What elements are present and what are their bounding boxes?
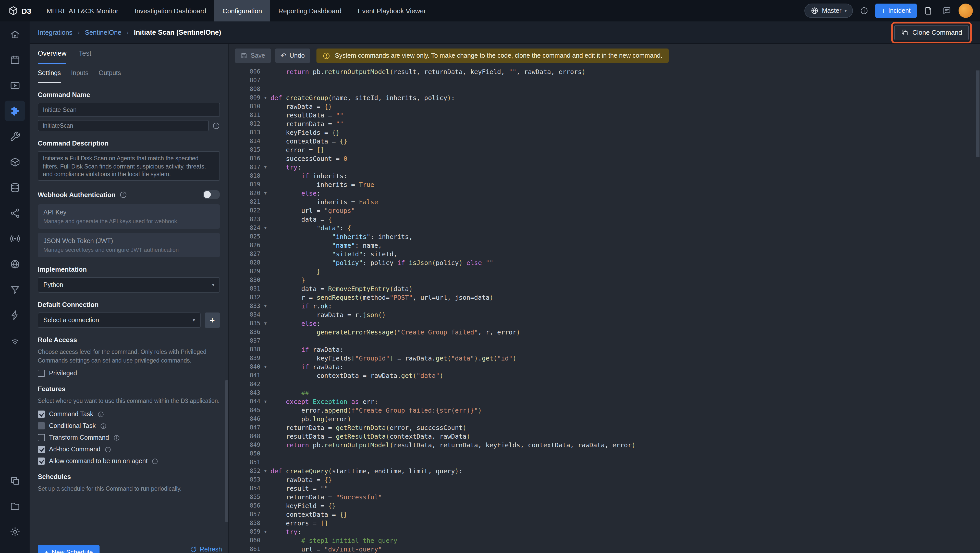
connection-select[interactable]: Select a connection ▾	[38, 312, 200, 328]
code-line-855[interactable]: 855 returnData = "Successful"	[229, 493, 980, 501]
rail-item-puzzle[interactable]	[5, 100, 25, 121]
rail-item-signal[interactable]	[5, 330, 25, 351]
feature-allow-command-to-be-run-on-agent[interactable]: Allow command to be run on agent	[38, 457, 220, 465]
nav-tab-configuration[interactable]: Configuration	[215, 0, 270, 21]
code-line-857[interactable]: 857 contextData = {}	[229, 510, 980, 519]
code-line-813[interactable]: 813 keyFields = {}	[229, 128, 980, 137]
code-line-830[interactable]: 830 }	[229, 276, 980, 284]
nav-tab-event-playbook-viewer[interactable]: Event Playbook Viewer	[350, 0, 434, 21]
code-line-820[interactable]: 820▼ else:	[229, 189, 980, 198]
fold-icon[interactable]: ▼	[260, 224, 270, 232]
tab-test[interactable]: Test	[79, 44, 92, 64]
subtab-inputs[interactable]: Inputs	[71, 64, 88, 83]
breadcrumb-item-sentinelone[interactable]: SentinelOne	[85, 29, 121, 36]
code-line-814[interactable]: 814 contextData = {}	[229, 137, 980, 145]
rail-item-box[interactable]	[5, 151, 25, 172]
avatar[interactable]	[959, 3, 973, 18]
code-line-828[interactable]: 828 "policy": policy if isJson(policy) e…	[229, 258, 980, 267]
new-incident-button[interactable]: + Incident	[875, 3, 917, 18]
code-line-838[interactable]: 838 if rawData:	[229, 345, 980, 354]
code-line-824[interactable]: 824▼ "data": {	[229, 224, 980, 232]
code-line-835[interactable]: 835▼ else:	[229, 319, 980, 328]
chat-button[interactable]	[940, 4, 953, 18]
code-line-842[interactable]: 842	[229, 380, 980, 389]
code-line-826[interactable]: 826 "name": name,	[229, 241, 980, 250]
code-line-858[interactable]: 858 errors = []	[229, 519, 980, 528]
code-line-847[interactable]: 847 returnData = getReturnData(error, su…	[229, 423, 980, 432]
code-line-849[interactable]: 849 return pb.returnOutputModel(resultDa…	[229, 441, 980, 449]
rail-item-wrench[interactable]	[5, 126, 25, 147]
code-line-859[interactable]: 859▼ try:	[229, 528, 980, 536]
code-line-861[interactable]: 861 url = "dv/init-query"	[229, 545, 980, 553]
code-line-833[interactable]: 833▼ if r.ok:	[229, 302, 980, 311]
privileged-checkbox[interactable]	[38, 370, 45, 377]
checkbox[interactable]	[38, 422, 45, 429]
code-line-848[interactable]: 848 resultData = getResultData(contextDa…	[229, 432, 980, 441]
undo-button[interactable]: ↶ Undo	[275, 48, 310, 63]
code-line-817[interactable]: 817▼ try:	[229, 163, 980, 172]
rail-item-calendar[interactable]	[5, 49, 25, 70]
feature-command-task[interactable]: Command Task	[38, 411, 220, 418]
rail-item-funnel[interactable]	[5, 279, 25, 300]
code-line-850[interactable]: 850	[229, 449, 980, 458]
rail-item-copy[interactable]	[5, 470, 25, 491]
code-line-807[interactable]: 807	[229, 76, 980, 85]
nav-tab-mitre-att-ck-monitor[interactable]: MITRE ATT&CK Monitor	[38, 0, 126, 21]
fold-icon[interactable]: ▼	[260, 397, 270, 406]
subtab-settings[interactable]: Settings	[38, 64, 61, 83]
code-line-822[interactable]: 822 url = "groups"	[229, 206, 980, 215]
code-line-812[interactable]: 812 returnData = ""	[229, 120, 980, 128]
nav-tab-investigation-dashboard[interactable]: Investigation Dashboard	[127, 0, 215, 21]
new-schedule-button[interactable]: + New Schedule	[38, 545, 100, 553]
code-line-845[interactable]: 845 error.append(f"Create Group failed:{…	[229, 406, 980, 414]
code-line-844[interactable]: 844▼ except Exception as err:	[229, 397, 980, 406]
tab-overview[interactable]: Overview	[38, 44, 67, 64]
fold-icon[interactable]: ▼	[260, 363, 270, 371]
code-line-823[interactable]: 823 data = {	[229, 215, 980, 224]
rail-item-globe[interactable]	[5, 254, 25, 274]
code-line-829[interactable]: 829 }	[229, 267, 980, 276]
jwt-card[interactable]: JSON Web Token (JWT) Manage secret keys …	[38, 233, 220, 257]
code-line-854[interactable]: 854 result = ""	[229, 484, 980, 493]
fold-icon[interactable]: ▼	[260, 302, 270, 311]
code-editor[interactable]: 806 return pb.returnOutputModel(result, …	[229, 67, 980, 553]
rail-item-bolt[interactable]	[5, 305, 25, 325]
editor-scrollbar[interactable]	[976, 70, 980, 157]
add-connection-button[interactable]: +	[205, 312, 220, 328]
fold-icon[interactable]: ▼	[260, 163, 270, 172]
feature-transform-command[interactable]: Transform Command	[38, 434, 220, 441]
code-line-810[interactable]: 810 rawData = {}	[229, 102, 980, 111]
checkbox[interactable]	[38, 457, 45, 465]
command-id-input[interactable]	[38, 120, 209, 131]
code-line-815[interactable]: 815 error = []	[229, 145, 980, 154]
code-line-825[interactable]: 825 "inherits": inherits,	[229, 232, 980, 241]
code-line-834[interactable]: 834 rawData = r.json()	[229, 311, 980, 319]
fold-icon[interactable]: ▼	[260, 94, 270, 102]
code-line-856[interactable]: 856 keyField = {}	[229, 501, 980, 510]
code-line-811[interactable]: 811 resultData = ""	[229, 111, 980, 120]
webhook-toggle[interactable]	[203, 190, 220, 199]
code-line-808[interactable]: 808	[229, 85, 980, 94]
code-line-840[interactable]: 840▼ if rawData:	[229, 363, 980, 371]
checkbox[interactable]	[38, 446, 45, 453]
implementation-select[interactable]: Python ▾	[38, 277, 220, 293]
code-line-843[interactable]: 843 ##	[229, 389, 980, 397]
code-line-818[interactable]: 818 if inherits:	[229, 172, 980, 180]
feature-ad-hoc-command[interactable]: Ad-hoc Command	[38, 446, 220, 453]
command-name-input[interactable]	[38, 103, 220, 117]
panel-scrollbar[interactable]	[225, 380, 228, 523]
refresh-link[interactable]: Refresh	[190, 546, 222, 553]
breadcrumb-item-integrations[interactable]: Integrations	[38, 29, 73, 36]
code-line-846[interactable]: 846 pb.log(error)	[229, 414, 980, 423]
documents-button[interactable]	[922, 4, 935, 18]
privileged-checkbox-row[interactable]: Privileged	[38, 370, 220, 377]
code-line-809[interactable]: 809▼def createGroup(name, siteId, inheri…	[229, 94, 980, 102]
checkbox[interactable]	[38, 411, 45, 418]
code-line-819[interactable]: 819 inherits = True	[229, 180, 980, 189]
command-description-input[interactable]: Initiates a Full Disk Scan on Agents tha…	[38, 151, 220, 181]
master-selector[interactable]: Master ▾	[805, 3, 853, 18]
code-line-851[interactable]: 851	[229, 458, 980, 467]
rail-item-video[interactable]	[5, 75, 25, 96]
code-line-836[interactable]: 836 generateErrorMessage("Create Group f…	[229, 328, 980, 336]
code-line-821[interactable]: 821 inherits = False	[229, 198, 980, 206]
